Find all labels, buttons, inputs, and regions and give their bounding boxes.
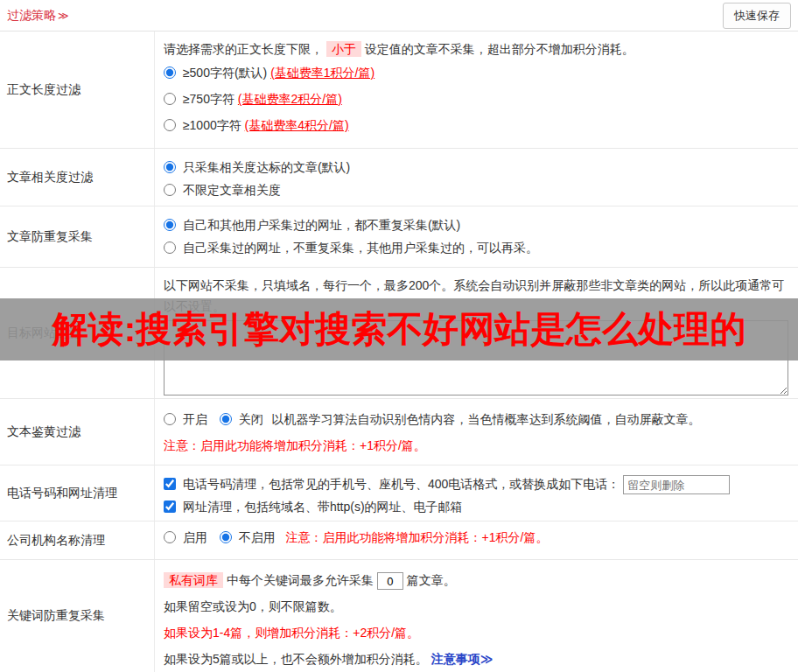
radio-dedup-self[interactable]: 自己采集过的网址，不重复采集，其他用户采集过的，可以再采。 [164, 236, 789, 259]
radio-option-750[interactable]: ≥750字符 (基础费率2积分/篇) [164, 86, 789, 112]
radio-porn-off-input[interactable] [220, 413, 232, 425]
keyword-count-input[interactable] [377, 572, 403, 590]
radio-500-input[interactable] [164, 66, 176, 79]
keyword-dedup-line1: 私有词库 中每个关键词最多允许采集 篇文章。 [164, 567, 789, 593]
radio-500-note: (基础费率1积分/篇) [270, 66, 374, 80]
radio-porn-on-label: 开启 [183, 412, 207, 426]
checkbox-phone-clean-input[interactable] [164, 478, 176, 490]
radio-option-500[interactable]: ≥500字符(默认) (基础费率1积分/篇) [164, 60, 789, 86]
keyword-dedup-line4: 如果设为5篇或以上，也不会额外增加积分消耗。 注意事项≫ [164, 646, 789, 672]
radio-company-off-label: 不启用 [239, 530, 276, 544]
radio-relevance-default[interactable]: 只采集相关度达标的文章(默认) [164, 156, 789, 178]
radio-company-on-input[interactable] [164, 531, 176, 543]
checkbox-url-clean[interactable]: 网址清理，包括纯域名、带http(s)的网址、电子邮箱 [164, 500, 463, 514]
radio-porn-on[interactable]: 开启 [164, 412, 211, 426]
body-length-intro: 请选择需求的正文长度下限， 小于 设定值的文章不采集，超出部分不增加积分消耗。 [164, 38, 789, 60]
radio-porn-on-input[interactable] [164, 413, 176, 425]
dedup-label: 文章防重复采集 [0, 206, 155, 267]
row-dedup-collect: 文章防重复采集 自己和其他用户采集过的网址，都不重复采集(默认) 自己采集过的网… [0, 206, 798, 268]
less-than-highlight: 小于 [326, 41, 361, 57]
keyword-dedup-label: 关键词防重复采集 [0, 560, 155, 672]
body-length-label: 正文长度过滤 [0, 32, 155, 148]
radio-porn-off[interactable]: 关闭 [220, 412, 267, 426]
radio-500-label: ≥500字符(默认) [183, 66, 270, 80]
url-clean-line: 网址清理，包括纯域名、带http(s)的网址、电子邮箱 [164, 495, 789, 518]
radio-porn-off-label: 关闭 [239, 412, 263, 426]
radio-relevance-default-input[interactable] [164, 161, 176, 173]
relevance-label: 文章相关度过滤 [0, 149, 155, 206]
porn-filter-desc: 以机器学习算法自动识别色情内容，当色情概率达到系统阈值，自动屏蔽文章。 [272, 412, 701, 426]
radio-relevance-any-input[interactable] [164, 184, 176, 196]
phone-clean-label: 电话号码和网址清理 [0, 466, 155, 521]
radio-750-note: (基础费率2积分/篇) [238, 92, 342, 106]
radio-option-1000[interactable]: ≥1000字符 (基础费率4积分/篇) [164, 112, 789, 138]
replacement-phone-input[interactable] [623, 475, 730, 494]
keyword-dedup-line2: 如果留空或设为0，则不限篇数。 [164, 593, 789, 620]
intro-post: 设定值的文章不采集，超出部分不增加积分消耗。 [365, 42, 634, 56]
page-title[interactable]: 过滤策略≫ [7, 8, 69, 24]
overlay-banner: 解读:搜索引擎对搜索不好网站是怎么处理的 [0, 298, 798, 360]
checkbox-url-clean-text: 网址清理，包括纯域名、带http(s)的网址、电子邮箱 [183, 500, 463, 514]
radio-company-off-input[interactable] [220, 531, 232, 543]
radio-1000-note: (基础费率4积分/篇) [245, 118, 349, 132]
chevron-down-icon: ≫ [58, 10, 69, 22]
radio-relevance-any[interactable]: 不限定文章相关度 [164, 178, 789, 201]
quick-save-button[interactable]: 快速保存 [723, 3, 791, 29]
porn-filter-options: 开启 关闭 以机器学习算法自动识别色情内容，当色情概率达到系统阈值，自动屏蔽文章… [164, 406, 789, 432]
radio-dedup-all[interactable]: 自己和其他用户采集过的网址，都不重复采集(默认) [164, 214, 789, 236]
radio-relevance-default-label: 只采集相关度达标的文章(默认) [183, 160, 350, 174]
radio-dedup-all-input[interactable] [164, 219, 176, 231]
overlay-banner-text: 解读:搜索引擎对搜索不好网站是怎么处理的 [52, 305, 746, 354]
keyword-line1-end: 篇文章。 [407, 573, 456, 587]
porn-filter-label: 文本鉴黄过滤 [0, 399, 155, 465]
checkbox-phone-clean[interactable]: 电话号码清理，包括常见的手机号、座机号、400电话格式，或替换成如下电话： [164, 477, 623, 491]
radio-750-input[interactable] [164, 93, 176, 105]
company-clean-options: 启用 不启用 注意：启用此功能将增加积分消耗：+1积分/篇。 [164, 530, 789, 546]
row-company-clean: 公司机构名称清理 启用 不启用 注意：启用此功能将增加积分消耗：+1积分/篇。 [0, 522, 798, 560]
page-header: 过滤策略≫ 快速保存 [0, 0, 798, 32]
radio-1000-label: ≥1000字符 [183, 118, 245, 132]
radio-company-on-label: 启用 [183, 530, 207, 544]
radio-dedup-all-label: 自己和其他用户采集过的网址，都不重复采集(默认) [183, 218, 460, 232]
row-relevance-filter: 文章相关度过滤 只采集相关度达标的文章(默认) 不限定文章相关度 [0, 149, 798, 206]
phone-clean-line: 电话号码清理，包括常见的手机号、座机号、400电话格式，或替换成如下电话： [164, 472, 789, 495]
radio-dedup-self-label: 自己采集过的网址，不重复采集，其他用户采集过的，可以再采。 [183, 241, 538, 255]
keyword-dedup-line3: 如果设为1-4篇，则增加积分消耗：+2积分/篇。 [164, 620, 789, 646]
private-lexicon-tag: 私有词库 [164, 572, 223, 588]
row-body-length-filter: 正文长度过滤 请选择需求的正文长度下限， 小于 设定值的文章不采集，超出部分不增… [0, 32, 798, 149]
radio-company-off[interactable]: 不启用 [220, 530, 279, 544]
radio-company-on[interactable]: 启用 [164, 530, 211, 544]
row-porn-filter: 文本鉴黄过滤 开启 关闭 以机器学习算法自动识别色情内容，当色情概率达到系统阈值… [0, 399, 798, 466]
company-clean-note: 注意：启用此功能将增加积分消耗：+1积分/篇。 [286, 530, 549, 544]
radio-1000-input[interactable] [164, 119, 176, 131]
keyword-line1-mid: 中每个关键词最多允许采集 [227, 573, 377, 587]
radio-relevance-any-label: 不限定文章相关度 [183, 183, 281, 197]
keyword-line4-text: 如果设为5篇或以上，也不会额外增加积分消耗。 [164, 652, 431, 666]
page-title-text: 过滤策略 [7, 8, 56, 22]
row-keyword-dedup: 关键词防重复采集 私有词库 中每个关键词最多允许采集 篇文章。 如果留空或设为0… [0, 560, 798, 672]
intro-pre: 请选择需求的正文长度下限， [164, 42, 323, 56]
company-clean-label: 公司机构名称清理 [0, 522, 155, 559]
radio-750-label: ≥750字符 [183, 92, 238, 106]
row-phone-url-clean: 电话号码和网址清理 电话号码清理，包括常见的手机号、座机号、400电话格式，或替… [0, 466, 798, 522]
porn-filter-note: 注意：启用此功能将增加积分消耗：+1积分/篇。 [164, 432, 789, 458]
notes-link[interactable]: 注意事项≫ [431, 652, 494, 666]
radio-dedup-self-input[interactable] [164, 242, 176, 254]
checkbox-url-clean-input[interactable] [164, 500, 176, 513]
checkbox-phone-clean-text: 电话号码清理，包括常见的手机号、座机号、400电话格式，或替换成如下电话： [183, 477, 620, 491]
